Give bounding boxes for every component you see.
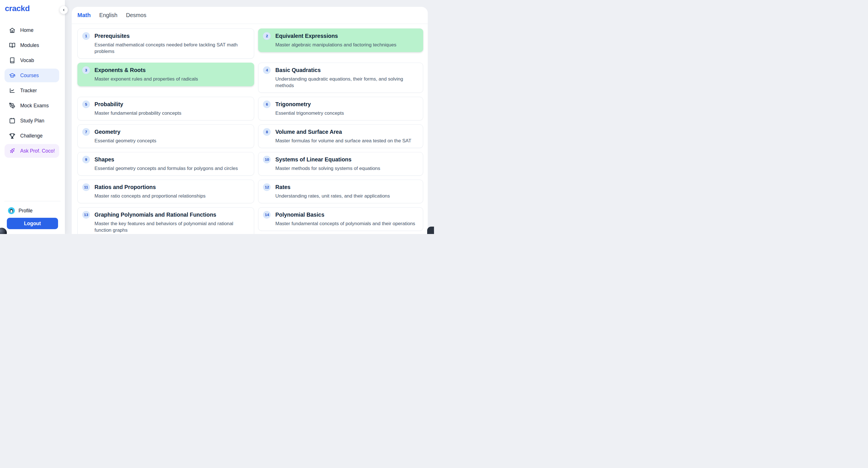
course-card-polynomial-basics[interactable]: 14 Polynomial Basics Master fundamental … <box>258 207 423 231</box>
sidebar-item-profile[interactable]: Profile <box>5 204 59 217</box>
penguin-avatar <box>8 207 15 214</box>
course-card-trigonometry[interactable]: 6 Trigonometry Essential trigonometry co… <box>258 97 423 120</box>
course-card-basic-quadratics[interactable]: 4 Basic Quadratics Understanding quadrat… <box>258 63 423 93</box>
study-plan-icon <box>9 118 16 124</box>
tracker-icon <box>9 87 16 94</box>
sidebar-item-challenge[interactable]: Challenge <box>5 129 59 143</box>
course-title: Exponents & Roots <box>94 66 146 74</box>
sidebar-nav: HomeModulesVocabCoursesTrackerMock Exams… <box>5 23 59 158</box>
course-number-badge: 10 <box>263 156 271 163</box>
course-card-exponents-roots[interactable]: 3 Exponents & Roots Master exponent rule… <box>78 63 254 86</box>
course-description: Master formulas for volume and surface a… <box>275 137 417 144</box>
sidebar-item-ask-prof-coco[interactable]: Ask Prof. Coco! <box>5 144 59 158</box>
sidebar-collapse-button[interactable] <box>60 6 68 14</box>
course-card-header: 11 Ratios and Proportions <box>82 183 248 191</box>
course-number-badge: 8 <box>263 128 271 136</box>
modules-icon <box>9 42 16 49</box>
course-number-badge: 2 <box>263 32 271 40</box>
sidebar-item-label: Ask Prof. Coco! <box>20 148 55 154</box>
course-card-header: 5 Probability <box>82 100 248 108</box>
course-title: Rates <box>275 183 290 191</box>
course-card-header: 6 Trigonometry <box>263 100 417 108</box>
course-title: Shapes <box>94 156 114 163</box>
coco-icon <box>9 148 16 154</box>
course-card-header: 3 Exponents & Roots <box>82 66 248 74</box>
sidebar-item-tracker[interactable]: Tracker <box>5 84 59 97</box>
course-card-graphing-polynomials-and-rational-functions[interactable]: 13 Graphing Polynomials and Rational Fun… <box>78 207 254 234</box>
course-description: Master ratio concepts and proportional r… <box>94 193 248 199</box>
course-title: Graphing Polynomials and Rational Functi… <box>94 211 216 219</box>
sidebar-item-study-plan[interactable]: Study Plan <box>5 114 59 128</box>
course-number-badge: 12 <box>263 183 271 191</box>
course-card-header: 9 Shapes <box>82 156 248 163</box>
course-title: Systems of Linear Equations <box>275 156 351 163</box>
course-description: Essential trigonometry concepts <box>275 110 417 117</box>
tab-english[interactable]: English <box>99 11 118 20</box>
course-card-header: 12 Rates <box>263 183 417 191</box>
sidebar-item-mock-exams[interactable]: Mock Exams <box>5 99 59 113</box>
sidebar-item-label: Study Plan <box>20 118 44 124</box>
course-card-rates[interactable]: 12 Rates Understanding rates, unit rates… <box>258 180 423 203</box>
sidebar-item-label: Tracker <box>20 88 37 94</box>
course-card-header: 1 Prerequisites <box>82 32 248 40</box>
course-description: Master fundamental probability concepts <box>94 110 248 117</box>
course-grid: 1 Prerequisites Essential mathematical c… <box>72 24 428 234</box>
course-description: Essential geometry concepts <box>94 137 248 144</box>
challenge-icon <box>9 133 16 139</box>
course-description: Essential mathematical concepts needed b… <box>94 41 248 55</box>
brand-logo: crackd <box>5 4 30 13</box>
course-number-badge: 14 <box>263 211 271 219</box>
course-title: Prerequisites <box>94 32 130 40</box>
course-description: Master algebraic manipulations and facto… <box>275 41 417 48</box>
course-card-header: 13 Graphing Polynomials and Rational Fun… <box>82 211 248 219</box>
chat-widget-button[interactable] <box>427 227 434 234</box>
course-card-geometry[interactable]: 7 Geometry Essential geometry concepts <box>78 124 254 148</box>
course-card-shapes[interactable]: 9 Shapes Essential geometry concepts and… <box>78 152 254 176</box>
course-card-header: 14 Polynomial Basics <box>263 211 417 219</box>
course-card-header: 7 Geometry <box>82 128 248 136</box>
sidebar-item-modules[interactable]: Modules <box>5 38 59 52</box>
course-card-header: 4 Basic Quadratics <box>263 66 417 74</box>
course-title: Volume and Surface Area <box>275 128 342 136</box>
logout-button[interactable]: Logout <box>7 218 58 229</box>
course-number-badge: 6 <box>263 100 271 108</box>
course-card-header: 2 Equivalent Expressions <box>263 32 417 40</box>
sidebar-item-label: Vocab <box>20 58 34 63</box>
sidebar-item-label: Mock Exams <box>20 103 49 109</box>
subject-tabs: MathEnglishDesmos <box>72 7 428 24</box>
course-title: Basic Quadratics <box>275 66 320 74</box>
vocab-icon <box>9 57 16 63</box>
tab-desmos[interactable]: Desmos <box>125 11 147 20</box>
course-title: Trigonometry <box>275 100 311 108</box>
course-card-equivalent-expressions[interactable]: 2 Equivalent Expressions Master algebrai… <box>258 28 423 52</box>
course-description: Understanding rates, unit rates, and the… <box>275 193 417 199</box>
sidebar-divider <box>4 201 61 201</box>
course-number-badge: 7 <box>82 128 90 136</box>
course-description: Master the key features and behaviors of… <box>94 220 248 233</box>
course-description: Master exponent rules and properties of … <box>94 76 248 82</box>
home-icon <box>9 27 16 33</box>
sidebar-item-label: Challenge <box>20 133 43 139</box>
sidebar: crackd HomeModulesVocabCoursesTrackerMoc… <box>0 0 65 234</box>
course-card-systems-of-linear-equations[interactable]: 10 Systems of Linear Equations Master me… <box>258 152 423 176</box>
tab-math[interactable]: Math <box>77 11 91 20</box>
course-number-badge: 3 <box>82 66 90 74</box>
course-title: Equivalent Expressions <box>275 32 338 40</box>
course-description: Understanding quadratic equations, their… <box>275 76 417 89</box>
course-card-volume-and-surface-area[interactable]: 8 Volume and Surface Area Master formula… <box>258 124 423 148</box>
course-card-prerequisites[interactable]: 1 Prerequisites Essential mathematical c… <box>78 28 254 59</box>
sidebar-item-vocab[interactable]: Vocab <box>5 54 59 67</box>
sidebar-item-courses[interactable]: Courses <box>5 69 59 82</box>
main-panel: MathEnglishDesmos 1 Prerequisites Essent… <box>72 7 428 234</box>
course-title: Polynomial Basics <box>275 211 324 219</box>
profile-label: Profile <box>19 208 33 214</box>
sidebar-item-label: Courses <box>20 72 39 79</box>
course-card-header: 8 Volume and Surface Area <box>263 128 417 136</box>
sidebar-item-home[interactable]: Home <box>5 23 59 37</box>
course-number-badge: 11 <box>82 183 90 191</box>
course-card-probability[interactable]: 5 Probability Master fundamental probabi… <box>78 97 254 120</box>
course-card-ratios-and-proportions[interactable]: 11 Ratios and Proportions Master ratio c… <box>78 180 254 203</box>
course-number-badge: 13 <box>82 211 90 219</box>
course-title: Geometry <box>94 128 120 136</box>
courses-icon <box>9 72 16 79</box>
